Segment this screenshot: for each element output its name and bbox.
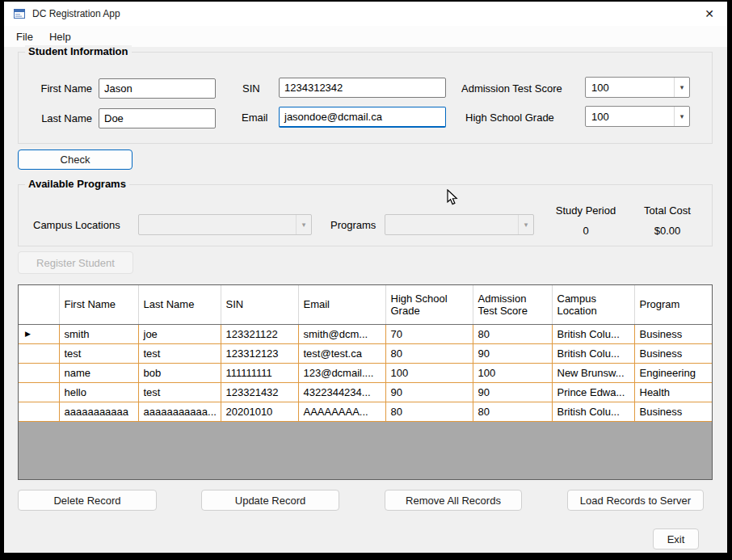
email-label: Email (242, 112, 268, 124)
cell[interactable]: British Colu... (552, 343, 634, 363)
cell[interactable]: name (59, 363, 138, 382)
column-header-admission-test-score[interactable]: Admission Test Score (473, 285, 552, 324)
campus-locations-select: ▾ (138, 214, 312, 235)
exit-button[interactable]: Exit (653, 528, 699, 549)
grid-corner-cell[interactable] (19, 285, 59, 324)
programs-select: ▾ (385, 214, 534, 235)
menubar: File Help (4, 26, 727, 47)
cell[interactable]: 100 (385, 363, 473, 382)
cell[interactable]: 100 (473, 363, 552, 382)
cell[interactable]: British Colu... (552, 324, 634, 343)
row-selector[interactable] (19, 363, 59, 382)
cell[interactable]: 123321432 (221, 382, 298, 402)
high-school-grade-value: 100 (586, 107, 674, 126)
cell[interactable]: 80 (473, 402, 552, 421)
column-header-sin[interactable]: SIN (221, 285, 298, 324)
remove-all-records-button[interactable]: Remove All Records (385, 490, 522, 511)
row-selector[interactable] (19, 402, 59, 421)
last-name-field[interactable]: Doe (99, 108, 216, 128)
cell[interactable]: Business (634, 402, 712, 421)
table-row: test test 123312123 test@test.ca 80 90 B… (19, 343, 712, 363)
cell[interactable]: British Colu... (552, 402, 634, 421)
menu-help[interactable]: Help (41, 26, 79, 47)
total-cost-label: Total Cost (631, 204, 704, 217)
programs-label: Programs (330, 219, 376, 232)
table-row: hello test 123321432 4322344234... 90 90… (19, 382, 712, 402)
cell[interactable]: 20201010 (221, 402, 298, 421)
cell[interactable]: Business (634, 324, 712, 343)
sin-label: SIN (242, 82, 260, 95)
cell[interactable]: joe (138, 324, 221, 343)
cell[interactable]: test (138, 343, 221, 363)
admission-test-score-select[interactable]: 100 ▾ (585, 77, 690, 98)
row-selector[interactable] (19, 343, 59, 363)
header-row: First Name Last Name SIN Email High Scho… (19, 285, 712, 324)
table-row: ▶ smith joe 123321122 smith@dcm... 70 80… (19, 324, 712, 343)
chevron-down-icon: ▾ (296, 215, 311, 234)
app-window: DC Registration App ✕ File Help Student … (0, 0, 732, 560)
chevron-down-icon[interactable]: ▾ (674, 78, 689, 97)
delete-record-button[interactable]: Delete Record (18, 490, 157, 511)
row-selector[interactable] (19, 382, 59, 402)
column-header-last-name[interactable]: Last Name (138, 285, 221, 324)
cell[interactable]: 4322344234... (298, 382, 385, 402)
cell[interactable]: bob (138, 363, 221, 382)
cell[interactable]: test (138, 382, 221, 402)
cell[interactable]: 80 (385, 343, 473, 363)
app-icon (13, 7, 26, 20)
high-school-grade-label: High School Grade (465, 112, 554, 124)
last-name-label: Last Name (19, 112, 92, 125)
row-selector[interactable]: ▶ (19, 324, 59, 343)
menu-file[interactable]: File (8, 26, 41, 47)
load-records-to-server-button[interactable]: Load Records to Server (567, 490, 704, 511)
cell[interactable]: 90 (385, 382, 473, 402)
cell[interactable]: Prince Edwa... (552, 382, 634, 402)
email-field[interactable]: jasondoe@dcmail.ca (279, 107, 446, 128)
column-header-program[interactable]: Program (634, 285, 712, 324)
admission-test-score-value: 100 (586, 78, 674, 97)
cell[interactable]: 123@dcmail.... (298, 363, 385, 382)
high-school-grade-select[interactable]: 100 ▾ (585, 106, 690, 127)
cell[interactable]: 123321122 (221, 324, 298, 343)
records-grid[interactable]: First Name Last Name SIN Email High Scho… (18, 284, 713, 480)
cell[interactable]: 80 (473, 324, 552, 343)
sin-field[interactable]: 1234312342 (279, 78, 446, 98)
student-information-group: Student Information First Name Jason Las… (18, 52, 713, 144)
first-name-field[interactable]: Jason (99, 78, 216, 99)
cell[interactable]: 111111111 (221, 363, 298, 382)
cell[interactable]: 123312123 (221, 343, 298, 363)
chevron-down-icon[interactable]: ▾ (674, 107, 689, 126)
available-programs-group: Available Programs Campus Locations ▾ Pr… (18, 184, 713, 246)
cell[interactable]: AAAAAAAA... (298, 402, 385, 421)
register-student-button: Register Student (18, 251, 133, 274)
programs-value (385, 215, 518, 234)
cell[interactable]: smith@dcm... (298, 324, 385, 343)
column-header-first-name[interactable]: First Name (59, 285, 138, 324)
column-header-email[interactable]: Email (298, 285, 385, 324)
total-cost-value: $0.00 (631, 225, 704, 238)
update-record-button[interactable]: Update Record (201, 490, 339, 511)
cell[interactable]: aaaaaaaaaaa... (138, 402, 221, 421)
cell[interactable]: Business (634, 343, 712, 363)
cell[interactable]: smith (59, 324, 138, 343)
chevron-down-icon: ▾ (518, 215, 533, 234)
cell[interactable]: test@test.ca (298, 343, 385, 363)
cell[interactable]: aaaaaaaaaaa (59, 402, 138, 421)
cell[interactable]: Engineering (634, 363, 712, 382)
cell[interactable]: 70 (385, 324, 473, 343)
cell[interactable]: New Brunsw... (552, 363, 634, 382)
column-header-high-school-grade[interactable]: High School Grade (385, 285, 473, 324)
table-row: name bob 111111111 123@dcmail.... 100 10… (19, 363, 712, 382)
current-row-marker-icon: ▶ (25, 330, 31, 338)
column-header-campus-location[interactable]: Campus Location (552, 285, 634, 324)
first-name-label: First Name (19, 82, 92, 95)
cell[interactable]: hello (59, 382, 138, 402)
close-button[interactable]: ✕ (692, 2, 727, 26)
cell[interactable]: 90 (473, 343, 552, 363)
cell[interactable]: Health (634, 382, 712, 402)
cell[interactable]: 80 (385, 402, 473, 421)
check-button[interactable]: Check (18, 149, 133, 170)
table-row: aaaaaaaaaaa aaaaaaaaaaa... 20201010 AAAA… (19, 402, 712, 421)
cell[interactable]: test (59, 343, 138, 363)
cell[interactable]: 90 (473, 382, 552, 402)
